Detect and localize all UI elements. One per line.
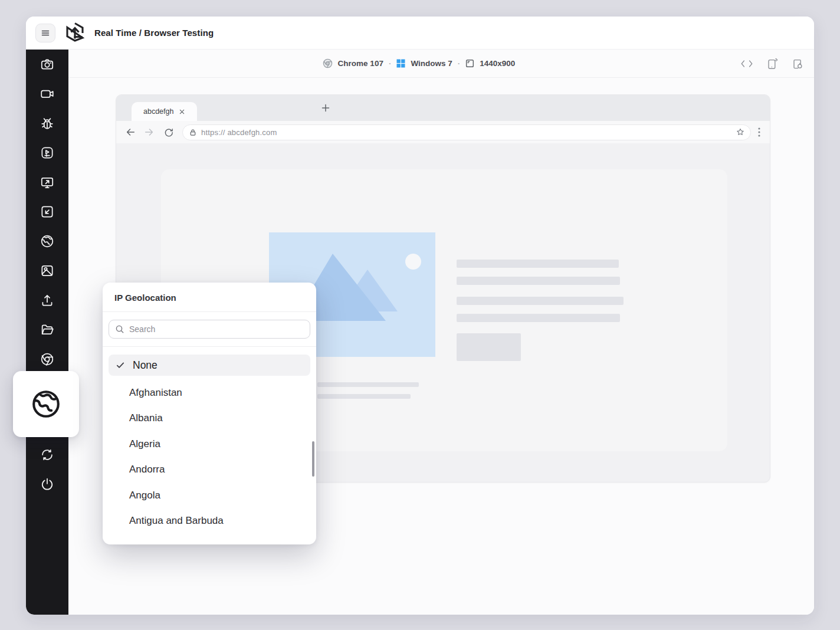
environment-info: Chrome 107 · Windows 7 · xyxy=(323,58,516,68)
files-folder-icon xyxy=(40,322,55,337)
browser-tab[interactable]: abcdefgh xyxy=(132,102,197,121)
resolution-icon xyxy=(465,59,474,68)
device-info-button[interactable] xyxy=(767,58,778,70)
session-player-icon xyxy=(40,145,55,160)
country-option[interactable]: Algeria xyxy=(103,431,316,457)
sidebar-item-switch-session[interactable] xyxy=(26,440,68,470)
browser-menu-icon[interactable] xyxy=(757,126,762,138)
browser-navbar: https:// abcdefgh.com xyxy=(116,121,770,143)
sidebar-item-gallery-location[interactable] xyxy=(26,256,68,286)
sidebar-item-record-video[interactable] xyxy=(26,79,68,109)
country-label: Antigua and Barbuda xyxy=(129,515,224,527)
switch-session-icon xyxy=(40,447,55,462)
sidebar-item-session-player[interactable] xyxy=(26,138,68,168)
session-report-button[interactable] xyxy=(792,58,803,70)
forward-button[interactable] xyxy=(141,124,158,140)
country-label: Algeria xyxy=(129,438,160,450)
search-icon xyxy=(115,324,124,334)
sidebar-item-upload[interactable] xyxy=(26,286,68,315)
skeleton-text-line xyxy=(317,394,411,399)
tab-close-icon[interactable] xyxy=(179,109,185,114)
skeleton-text-line xyxy=(457,314,620,322)
skeleton-text-line xyxy=(457,277,620,285)
url-text: https:// abcdefgh.com xyxy=(201,128,730,137)
report-bug-icon xyxy=(40,116,55,131)
lock-icon xyxy=(189,129,196,136)
sidebar xyxy=(26,50,68,615)
country-option-none[interactable]: None xyxy=(109,355,310,376)
country-label: Albania xyxy=(129,412,163,424)
sidebar-item-switch-resolution[interactable] xyxy=(26,168,68,197)
gallery-location-icon xyxy=(40,263,55,278)
back-button[interactable] xyxy=(122,124,139,140)
switch-browser-chrome-icon xyxy=(40,352,55,367)
code-button[interactable] xyxy=(741,59,753,68)
sun-shape xyxy=(405,254,421,270)
active-tool-card-ip-geolocation[interactable] xyxy=(13,371,79,437)
globe-icon xyxy=(29,387,63,421)
new-tab-button[interactable] xyxy=(321,104,330,112)
country-label: Angola xyxy=(129,490,160,501)
country-option[interactable]: Angola xyxy=(103,483,316,508)
sidebar-item-report-bug[interactable] xyxy=(26,109,68,138)
geolocation-globe-icon xyxy=(40,234,55,249)
search-box[interactable] xyxy=(109,320,310,339)
bookmark-star-icon[interactable] xyxy=(735,127,746,137)
separator: · xyxy=(458,59,461,68)
upload-icon xyxy=(40,293,55,308)
country-label: Andorra xyxy=(129,464,165,475)
country-options: Afghanistan Albania Algeria Andorra Ango… xyxy=(103,378,316,534)
address-bar[interactable]: https:// abcdefgh.com xyxy=(182,124,751,140)
hamburger-icon xyxy=(41,28,50,38)
country-option[interactable]: Afghanistan xyxy=(103,380,316,406)
sidebar-item-geolocation[interactable] xyxy=(26,227,68,256)
skeleton-text-line xyxy=(457,260,619,268)
windows-os-icon xyxy=(396,59,405,68)
sidebar-item-open-external[interactable] xyxy=(26,197,68,227)
toolbar-actions xyxy=(741,50,803,78)
switch-resolution-icon xyxy=(40,175,55,190)
country-label: Afghanistan xyxy=(129,387,182,399)
country-option[interactable]: Antigua and Barbuda xyxy=(103,508,316,534)
chrome-browser-icon xyxy=(323,58,333,68)
session-toolbar: Chrome 107 · Windows 7 · xyxy=(68,50,814,78)
sidebar-item-switch-browser[interactable] xyxy=(26,344,68,374)
screenshot-camera-icon xyxy=(40,57,55,72)
tab-title: abcdefgh xyxy=(143,107,173,116)
sidebar-item-end-session[interactable] xyxy=(26,470,68,499)
open-external-icon xyxy=(40,204,55,219)
ip-geolocation-panel: IP Geolocation None Afghanistan Albania … xyxy=(103,283,316,544)
record-video-icon xyxy=(40,86,55,101)
selected-label: None xyxy=(133,359,158,372)
country-option[interactable]: Andorra xyxy=(103,457,316,483)
search-section xyxy=(103,312,316,347)
sidebar-item-screenshot[interactable] xyxy=(26,50,68,79)
separator: · xyxy=(389,59,392,68)
browser-label: Chrome 107 xyxy=(338,59,383,68)
country-list: None Afghanistan Albania Algeria Andorra… xyxy=(103,347,316,544)
search-input[interactable] xyxy=(129,324,304,334)
country-option[interactable]: Albania xyxy=(103,406,316,432)
list-scrollbar[interactable] xyxy=(312,441,314,477)
reload-button[interactable] xyxy=(160,124,176,140)
skeleton-button-block xyxy=(457,333,521,361)
panel-title: IP Geolocation xyxy=(103,283,316,312)
menu-button[interactable] xyxy=(35,24,55,42)
check-icon xyxy=(116,360,125,370)
app-header: Real Time / Browser Testing xyxy=(26,17,814,50)
sidebar-item-files[interactable] xyxy=(26,315,68,344)
skeleton-text-line xyxy=(317,382,419,387)
resolution-label: 1440x900 xyxy=(480,59,515,68)
os-label: Windows 7 xyxy=(411,59,452,68)
page-title: Real Time / Browser Testing xyxy=(94,28,214,38)
app-logo-icon xyxy=(64,21,86,45)
skeleton-text-line xyxy=(457,297,624,305)
end-session-power-icon xyxy=(40,477,55,492)
tab-strip: abcdefgh xyxy=(116,95,770,121)
